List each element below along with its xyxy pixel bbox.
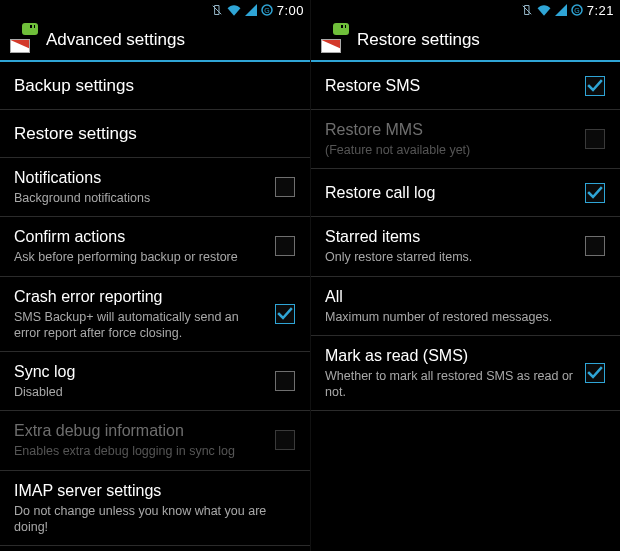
settings-row[interactable]: Mark as read (SMS)Whether to mark all re… — [311, 336, 620, 412]
settings-row-texts: Extra debug informationEnables extra deb… — [14, 421, 274, 459]
status-clock: 7:21 — [587, 3, 614, 18]
settings-row-texts: AllMaximum number of restored messages. — [325, 287, 606, 325]
svg-text:G: G — [264, 7, 269, 14]
settings-row-title: IMAP server settings — [14, 481, 288, 501]
settings-row[interactable]: Confirm actionsAsk before performing bac… — [0, 217, 310, 276]
settings-row-texts: Mark as read (SMS)Whether to mark all re… — [325, 346, 584, 401]
settings-row: Extra debug informationEnables extra deb… — [0, 411, 310, 470]
settings-row[interactable]: IMAP server settingsDo not change unless… — [0, 471, 310, 547]
status-bar: G 7:00 — [0, 0, 310, 20]
checkbox[interactable] — [584, 75, 606, 97]
settings-row-title: Starred items — [325, 227, 576, 247]
settings-row[interactable]: NotificationsBackground notifications — [0, 158, 310, 217]
checkbox[interactable] — [584, 182, 606, 204]
settings-row-subtitle: Maximum number of restored messages. — [325, 309, 598, 325]
checkbox[interactable] — [274, 303, 296, 325]
action-bar: Restore settings — [311, 20, 620, 62]
settings-row-texts: Starred itemsOnly restore starred items. — [325, 227, 584, 265]
vibrate-icon — [521, 4, 533, 16]
settings-row-texts: IMAP server settingsDo not change unless… — [14, 481, 296, 536]
settings-row-title: Restore SMS — [325, 76, 576, 96]
settings-row-texts: Confirm actionsAsk before performing bac… — [14, 227, 274, 265]
settings-row-texts: Sync logDisabled — [14, 362, 274, 400]
settings-row-texts: NotificationsBackground notifications — [14, 168, 274, 206]
app-icon[interactable] — [321, 27, 347, 53]
checkbox[interactable] — [274, 235, 296, 257]
settings-row-title: Restore call log — [325, 183, 576, 203]
app-icon[interactable] — [10, 27, 36, 53]
page-title: Restore settings — [357, 30, 480, 50]
settings-row[interactable]: Restore SMS — [311, 62, 620, 110]
wifi-icon — [227, 4, 241, 16]
settings-row[interactable]: Sync logDisabled — [0, 352, 310, 411]
network-badge-icon: G — [571, 4, 583, 16]
checkbox — [274, 429, 296, 451]
settings-row[interactable]: AllMaximum number of restored messages. — [311, 277, 620, 336]
settings-row[interactable]: Starred itemsOnly restore starred items. — [311, 217, 620, 276]
settings-row-texts: Restore MMS(Feature not available yet) — [325, 120, 584, 158]
network-badge-icon: G — [261, 4, 273, 16]
settings-row-subtitle: Disabled — [14, 384, 266, 400]
wifi-icon — [537, 4, 551, 16]
settings-row-title: Crash error reporting — [14, 287, 266, 307]
settings-list: Backup settingsRestore settingsNotificat… — [0, 62, 310, 551]
checkbox[interactable] — [274, 370, 296, 392]
action-bar: Advanced settings — [0, 20, 310, 62]
vibrate-icon — [211, 4, 223, 16]
settings-row-title: Notifications — [14, 168, 266, 188]
settings-row-title: Restore MMS — [325, 120, 576, 140]
settings-list: Restore SMSRestore MMS(Feature not avail… — [311, 62, 620, 551]
settings-row-subtitle: Do not change unless you know what you a… — [14, 503, 288, 536]
settings-row-title: Restore settings — [14, 123, 288, 144]
settings-row-subtitle: Whether to mark all restored SMS as read… — [325, 368, 576, 401]
settings-row-title: Mark as read (SMS) — [325, 346, 576, 366]
settings-row-title: Sync log — [14, 362, 266, 382]
status-clock: 7:00 — [277, 3, 304, 18]
settings-row-texts: Restore call log — [325, 183, 584, 203]
status-bar: G 7:21 — [311, 0, 620, 20]
settings-row-subtitle: SMS Backup+ will automatically send an e… — [14, 309, 266, 342]
checkbox[interactable] — [584, 235, 606, 257]
settings-row-texts: Crash error reportingSMS Backup+ will au… — [14, 287, 274, 342]
settings-row-texts: Backup settings — [14, 75, 296, 96]
settings-row-subtitle: Background notifications — [14, 190, 266, 206]
settings-row: Restore MMS(Feature not available yet) — [311, 110, 620, 169]
settings-row-title: Extra debug information — [14, 421, 266, 441]
settings-row[interactable]: Restore call log — [311, 169, 620, 217]
settings-row-title: All — [325, 287, 598, 307]
signal-icon — [245, 4, 257, 16]
settings-row[interactable]: Crash error reportingSMS Backup+ will au… — [0, 277, 310, 353]
settings-row-texts: Restore SMS — [325, 76, 584, 96]
settings-row-subtitle: (Feature not available yet) — [325, 142, 576, 158]
settings-row[interactable]: Restore settings — [0, 110, 310, 158]
svg-text:G: G — [574, 7, 579, 14]
signal-icon — [555, 4, 567, 16]
settings-row-subtitle: Enables extra debug logging in sync log — [14, 443, 266, 459]
screen-restore-settings: G 7:21 Restore settings Restore SMSResto… — [310, 0, 620, 551]
settings-row[interactable]: Backup settings — [0, 62, 310, 110]
checkbox — [584, 128, 606, 150]
settings-row-texts: Restore settings — [14, 123, 296, 144]
checkbox[interactable] — [274, 176, 296, 198]
settings-row-subtitle: Ask before performing backup or restore — [14, 249, 266, 265]
screen-advanced-settings: G 7:00 Advanced settings Backup settings… — [0, 0, 310, 551]
settings-row-title: Confirm actions — [14, 227, 266, 247]
settings-row-subtitle: Only restore starred items. — [325, 249, 576, 265]
page-title: Advanced settings — [46, 30, 185, 50]
settings-row-title: Backup settings — [14, 75, 288, 96]
checkbox[interactable] — [584, 362, 606, 384]
